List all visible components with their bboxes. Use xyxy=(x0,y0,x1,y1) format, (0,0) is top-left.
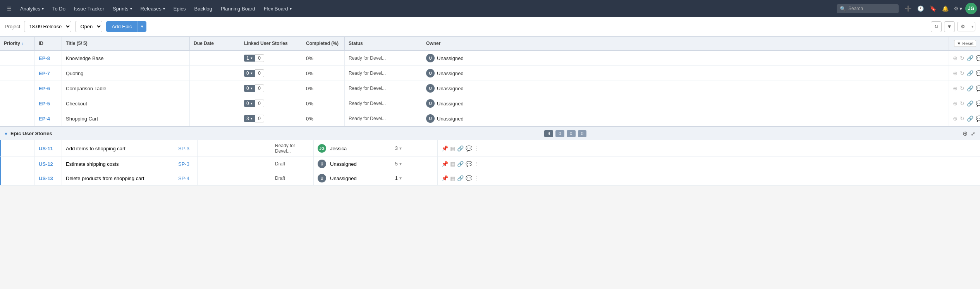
refresh-action-icon[interactable]: ↻ xyxy=(960,100,965,107)
story-id[interactable]: US-13 xyxy=(35,171,62,185)
link-icon[interactable]: 🔗 xyxy=(457,175,464,181)
history-icon[interactable]: 🕐 xyxy=(915,3,926,14)
th-priority[interactable]: Priority ↕ xyxy=(0,37,35,50)
pin-icon[interactable]: 📌 xyxy=(442,161,448,167)
epic-id[interactable]: EP-6 xyxy=(35,81,62,96)
priority-cell xyxy=(0,66,35,81)
nav-analytics[interactable]: Analytics ▾ xyxy=(16,3,48,14)
epic-id[interactable]: EP-4 xyxy=(35,111,62,126)
chevron-down-icon[interactable]: ▾ xyxy=(399,146,402,151)
th-reset[interactable]: ▼ Reset xyxy=(949,37,980,50)
pin-icon[interactable]: 📌 xyxy=(442,175,448,181)
notification-icon[interactable]: 🔔 xyxy=(940,3,951,14)
reset-button[interactable]: ▼ Reset xyxy=(954,40,976,47)
filter-button[interactable]: ▼ xyxy=(944,21,955,32)
comment-icon[interactable]: 💬 xyxy=(976,70,980,76)
chevron-down-icon[interactable]: ▾ xyxy=(399,175,402,181)
comment-icon[interactable]: 💬 xyxy=(466,175,472,181)
link-icon[interactable]: 🔗 xyxy=(457,161,464,167)
nav-backlog[interactable]: Backlog xyxy=(191,3,216,14)
add-epic-dropdown-button[interactable]: ▾ xyxy=(138,21,146,32)
link-icon[interactable]: 🔗 xyxy=(967,100,973,107)
add-action-icon[interactable]: ⊕ xyxy=(953,85,958,91)
linked-badge[interactable]: 0 ▾ xyxy=(244,85,255,92)
menu-icon[interactable]: ☰ xyxy=(3,2,15,15)
comment-icon[interactable]: 💬 xyxy=(976,100,980,107)
refresh-action-icon[interactable]: ↻ xyxy=(960,70,965,76)
nav-epics[interactable]: Epics xyxy=(170,3,190,14)
nav-todo[interactable]: To Do xyxy=(48,3,69,14)
comment-icon[interactable]: 💬 xyxy=(976,55,980,61)
story-sprint[interactable]: SP-4 xyxy=(174,171,198,185)
add-button[interactable]: ➕ xyxy=(903,3,913,14)
story-title: Delete products from shopping cart xyxy=(62,171,174,185)
epic-id[interactable]: EP-5 xyxy=(35,96,62,111)
linked-badge[interactable]: 0 ▾ xyxy=(244,70,255,77)
search-input[interactable] xyxy=(848,6,896,11)
bookmark-icon[interactable]: 🔖 xyxy=(927,3,938,14)
comment-icon[interactable]: 💬 xyxy=(466,145,472,151)
grid-icon[interactable]: ▦ xyxy=(450,175,455,181)
link-icon[interactable]: 🔗 xyxy=(457,145,464,151)
sort-icon: ↕ xyxy=(22,41,24,46)
nav-issue-tracker[interactable]: Issue Tracker xyxy=(70,3,108,14)
refresh-action-icon[interactable]: ↻ xyxy=(960,85,965,91)
refresh-action-icon[interactable]: ↻ xyxy=(960,115,965,122)
search-box[interactable]: 🔍 xyxy=(837,4,899,13)
link-icon[interactable]: 🔗 xyxy=(967,115,973,122)
add-action-icon[interactable]: ⊕ xyxy=(953,115,958,122)
more-icon[interactable]: ⋮ xyxy=(474,145,480,151)
refresh-action-icon[interactable]: ↻ xyxy=(960,55,965,61)
add-action-icon[interactable]: ⊕ xyxy=(953,70,958,76)
chevron-down-icon[interactable]: ▾ xyxy=(399,161,402,167)
nav-sprints[interactable]: Sprints ▾ xyxy=(109,3,136,14)
table-settings-button[interactable]: ⚙ ▾ xyxy=(957,22,975,31)
title-cell: Checkout xyxy=(62,96,190,111)
add-epic-button[interactable]: Add Epic xyxy=(106,21,137,32)
more-icon[interactable]: ⋮ xyxy=(474,161,480,167)
link-icon[interactable]: 🔗 xyxy=(967,55,973,61)
epic-id[interactable]: EP-8 xyxy=(35,51,62,65)
grid-icon[interactable]: ▦ xyxy=(450,161,455,167)
linked-count: 0 xyxy=(255,84,264,92)
story-id[interactable]: US-12 xyxy=(35,157,62,171)
settings-button[interactable]: ⚙ ▾ xyxy=(952,4,964,13)
nav-planning-board[interactable]: Planning Board xyxy=(217,3,259,14)
story-id[interactable]: US-11 xyxy=(35,140,62,157)
comment-icon[interactable]: 💬 xyxy=(976,115,980,122)
story-count: 3 ▾ xyxy=(391,140,438,157)
project-select[interactable]: 18.09 Release xyxy=(24,21,71,32)
more-icon[interactable]: ⋮ xyxy=(474,175,480,181)
story-sprint[interactable]: SP-3 xyxy=(174,140,198,157)
link-icon[interactable]: 🔗 xyxy=(967,70,973,76)
count-badge-1: 0 xyxy=(567,130,576,137)
nav-releases[interactable]: Releases ▾ xyxy=(137,3,169,14)
pin-icon[interactable]: 📌 xyxy=(442,145,448,151)
comment-icon[interactable]: 💬 xyxy=(466,161,472,167)
story-sprint[interactable]: SP-3 xyxy=(174,157,198,171)
row-actions: ⊕ ↻ 🔗 💬 ⋮ xyxy=(953,100,980,107)
story-actions-cell: 📌 ▦ 🔗 💬 ⋮ xyxy=(438,157,469,171)
status-select[interactable]: Open xyxy=(75,21,102,32)
linked-badge[interactable]: 3 ▾ xyxy=(244,115,255,122)
owner-name: Jessica xyxy=(330,146,347,151)
grid-icon[interactable]: ▦ xyxy=(450,145,455,151)
add-action-icon[interactable]: ⊕ xyxy=(953,55,958,61)
chevron-down-icon: ▾ xyxy=(968,23,975,30)
nav-flex-board[interactable]: Flex Board ▾ xyxy=(260,3,296,14)
collapse-icon[interactable]: ▾ xyxy=(5,131,7,137)
epics-table: Priority ↕ ID Title (5/ 5) Due Date Link… xyxy=(0,36,980,186)
user-avatar[interactable]: JG xyxy=(965,3,977,14)
link-icon[interactable]: 🔗 xyxy=(967,85,973,91)
story-count: 1 ▾ xyxy=(391,171,438,185)
linked-badge[interactable]: 0 ▾ xyxy=(244,100,255,107)
linked-badge[interactable]: 1 ▾ xyxy=(244,55,255,62)
add-story-icon[interactable]: ⊕ xyxy=(963,130,968,137)
epic-counts: 9 0 0 0 xyxy=(544,130,586,137)
toolbar-right: ↻ ▼ ⚙ ▾ xyxy=(931,21,975,32)
add-action-icon[interactable]: ⊕ xyxy=(953,100,958,107)
expand-icon[interactable]: ⤢ xyxy=(971,131,975,137)
epic-id[interactable]: EP-7 xyxy=(35,66,62,81)
refresh-button[interactable]: ↻ xyxy=(931,21,942,32)
comment-icon[interactable]: 💬 xyxy=(976,85,980,91)
